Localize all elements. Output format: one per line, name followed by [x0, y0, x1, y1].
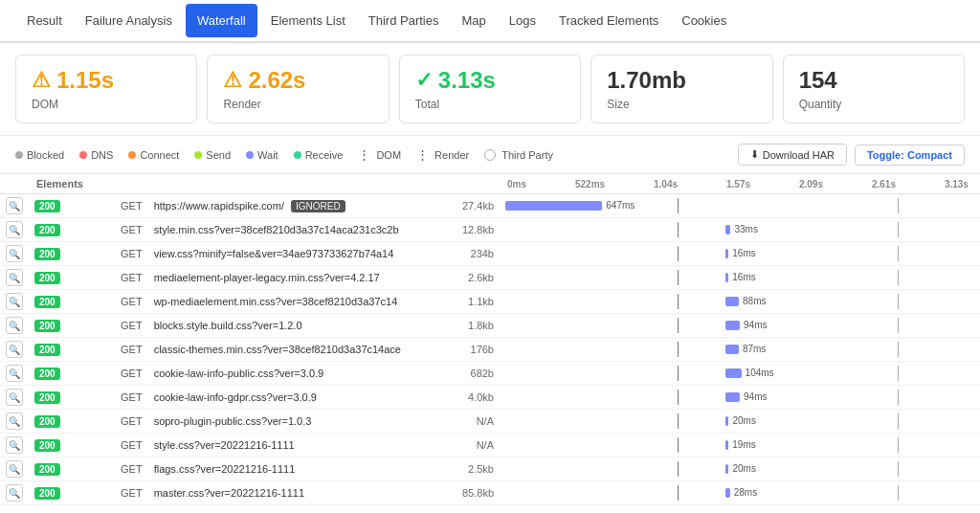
render-marker — [898, 437, 899, 453]
magnify-button[interactable]: 🔍 — [6, 341, 23, 358]
table-row: 🔍200GETwp-mediaelement.min.css?ver=38cef… — [0, 290, 980, 314]
url-cell: blocks.style.build.css?ver=1.2.0 — [148, 314, 452, 338]
status-badge: 200 — [34, 248, 60, 260]
render-marker — [898, 366, 899, 381]
url-text: mediaelement-player-legacy.min.css?ver=4… — [154, 272, 380, 283]
method-label: GET — [121, 224, 143, 235]
table-row: 🔍200GETcookie-law-info-gdpr.css?ver=3.0.… — [0, 386, 980, 410]
tick-3130ms: 3.13s — [945, 179, 969, 190]
magnify-cell: 🔍 — [0, 314, 29, 338]
nav-result[interactable]: Result — [15, 4, 74, 37]
table-row: 🔍200GETstyle.min.css?ver=38cef8210d3a37c… — [0, 218, 980, 242]
magnify-cell: 🔍 — [0, 434, 29, 457]
status-badge: 200 — [34, 320, 60, 332]
url-cell: sopro-plugin-public.css?ver=1.0.3 — [148, 410, 452, 434]
status-cell: 200 — [29, 194, 115, 218]
bar-segment — [725, 273, 728, 282]
nav-elements-list[interactable]: Elements List — [259, 4, 357, 37]
magnify-button[interactable]: 🔍 — [6, 245, 23, 262]
magnify-button[interactable]: 🔍 — [6, 197, 23, 214]
nav-failure-analysis[interactable]: Failure Analysis — [74, 4, 184, 37]
magnify-button[interactable]: 🔍 — [6, 221, 23, 238]
method-label: GET — [121, 439, 143, 451]
nav-logs[interactable]: Logs — [498, 4, 547, 37]
magnify-cell: 🔍 — [0, 290, 29, 314]
url-text: style.css?ver=20221216-1111 — [154, 439, 295, 451]
size-value: 4.0kb — [468, 391, 494, 403]
nav-map[interactable]: Map — [450, 4, 497, 37]
time-label: 87ms — [743, 344, 766, 354]
top-navigation: Result Failure Analysis Waterfall Elemen… — [0, 0, 980, 43]
metric-dom: ⚠ 1.15s DOM — [15, 55, 197, 123]
table-row: 🔍200GETmaster.css?ver=20221216-111185.8k… — [0, 481, 980, 505]
legend-dns: DNS — [79, 149, 113, 161]
method-cell: GET — [115, 338, 148, 362]
magnify-cell: 🔍 — [0, 242, 29, 266]
tick-0ms: 0ms — [507, 179, 526, 190]
magnify-button[interactable]: 🔍 — [6, 365, 23, 382]
size-value: 1.1kb — [468, 296, 494, 307]
url-text: master.css?ver=20221216-1111 — [154, 487, 304, 499]
magnify-button[interactable]: 🔍 — [6, 389, 23, 406]
metric-total: ✓ 3.13s Total — [399, 55, 581, 123]
status-cell: 200 — [29, 457, 115, 481]
url-cell: view.css?minify=false&ver=34ae973733627b… — [148, 242, 452, 266]
magnify-cell: 🔍 — [0, 410, 29, 434]
chart-cell: 28ms — [500, 481, 980, 505]
size-cell: 4.0kb — [452, 386, 500, 410]
time-label: 20ms — [732, 463, 755, 474]
method-label: GET — [121, 296, 143, 307]
legend-bar: Blocked DNS Connect Send Wait Receive ⋮ … — [0, 136, 980, 174]
nav-tracked-elements[interactable]: Tracked Elements — [547, 4, 670, 37]
download-har-button[interactable]: ⬇ Download HAR — [738, 144, 847, 166]
size-cell: 234b — [452, 242, 500, 266]
method-label: GET — [121, 200, 143, 212]
magnify-button[interactable]: 🔍 — [6, 269, 23, 286]
nav-waterfall[interactable]: Waterfall — [186, 4, 257, 37]
chart-cell: 104ms — [500, 362, 980, 386]
size-value: N/A — [477, 415, 494, 427]
third-party-label: Third Party — [501, 149, 553, 161]
size-cell: N/A — [452, 410, 500, 434]
download-icon: ⬇ — [750, 148, 759, 161]
time-label: 94ms — [744, 391, 767, 402]
url-text: view.css?minify=false&ver=34ae973733627b… — [154, 248, 394, 259]
nav-third-parties[interactable]: Third Parties — [357, 4, 451, 37]
magnify-button[interactable]: 🔍 — [6, 317, 23, 334]
send-label: Send — [206, 149, 231, 161]
chart-cell: 88ms — [500, 290, 980, 314]
dom-marker — [678, 437, 679, 453]
metric-size: 1.70mb Size — [590, 55, 772, 123]
magnify-cell: 🔍 — [0, 218, 29, 242]
toggle-compact-button[interactable]: Toggle: Compact — [855, 145, 965, 166]
size-value: N/A — [477, 439, 494, 451]
bar-segment — [725, 297, 739, 306]
size-cell: 2.6kb — [452, 266, 500, 290]
status-badge: 200 — [34, 487, 60, 500]
table-row: 🔍200GETflags.css?ver=20221216-11112.5kb … — [0, 457, 980, 481]
magnify-button[interactable]: 🔍 — [6, 460, 23, 478]
magnify-cell: 🔍 — [0, 266, 29, 290]
url-text: style.min.css?ver=38cef8210d3a37c14aca23… — [154, 224, 399, 235]
magnify-button[interactable]: 🔍 — [6, 413, 23, 430]
bar-segment — [725, 464, 728, 474]
connect-label: Connect — [140, 149, 179, 161]
download-label: Download HAR — [763, 149, 835, 161]
render-marker — [898, 485, 899, 501]
dom-marker — [678, 198, 679, 213]
method-cell: GET — [115, 242, 148, 266]
magnify-button[interactable]: 🔍 — [6, 436, 23, 454]
magnify-cell: 🔍 — [0, 338, 29, 362]
magnify-button[interactable]: 🔍 — [6, 293, 23, 310]
dom-marker — [678, 342, 679, 357]
magnify-button[interactable]: 🔍 — [6, 484, 23, 502]
bar-segment — [725, 392, 740, 402]
time-label: 16ms — [732, 248, 755, 258]
nav-cookies[interactable]: Cookies — [670, 4, 738, 37]
waterfall-table: Elements 0ms 522ms 1.04s 1.57s 2.09s 2.6… — [0, 174, 980, 505]
chart-cell: 16ms — [500, 266, 980, 290]
col-header-url — [148, 174, 452, 194]
time-label: 88ms — [743, 296, 766, 306]
dom-line-icon: ⋮ — [358, 147, 370, 162]
time-label: 647ms — [606, 200, 635, 211]
